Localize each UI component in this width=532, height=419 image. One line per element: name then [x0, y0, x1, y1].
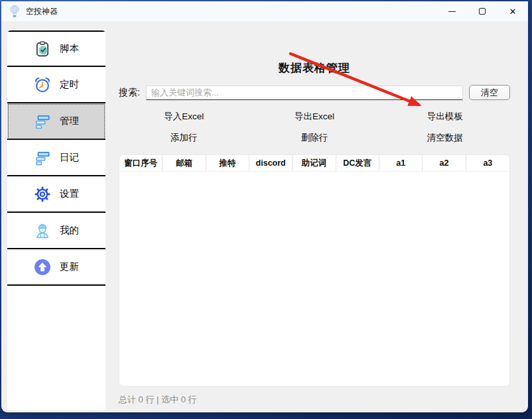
export-excel-button[interactable]: 导出Excel — [249, 106, 380, 127]
sidebar-item-label: 更新 — [60, 261, 79, 273]
worker-icon — [34, 222, 51, 239]
status-bar: 总计 0 行 | 选中 0 行 — [119, 394, 510, 406]
sidebar-item-label: 日记 — [60, 151, 79, 164]
column-header-a2[interactable]: a2 — [423, 155, 466, 171]
clear-search-button[interactable]: 清空 — [469, 85, 510, 100]
sidebar-item-settings[interactable]: 设置 — [7, 176, 105, 213]
table-body-empty[interactable] — [119, 172, 509, 386]
sidebar-item-script[interactable]: 脚本 — [7, 30, 105, 67]
column-header-a1[interactable]: a1 — [379, 155, 423, 171]
sidebar-item-label: 管理 — [60, 115, 79, 127]
app-window: 空投神器 ✕ 脚本 — [1, 1, 528, 412]
maximize-icon — [479, 8, 486, 15]
column-header-a3[interactable]: a3 — [466, 155, 509, 171]
alarm-clock-icon — [34, 76, 51, 93]
search-input[interactable] — [146, 86, 463, 100]
title-bar: 空投神器 ✕ — [1, 1, 528, 21]
export-template-button[interactable]: 导出模板 — [379, 106, 510, 127]
sidebar-item-label: 定时 — [60, 78, 79, 91]
sidebar-item-mine[interactable]: 我的 — [7, 213, 105, 249]
maximize-button[interactable] — [467, 1, 498, 21]
sidebar-item-label: 我的 — [60, 224, 79, 237]
column-header-dc-speak[interactable]: DC发言 — [336, 155, 379, 171]
sidebar-item-manage[interactable]: 管理 — [7, 103, 105, 140]
gear-icon — [34, 186, 51, 203]
window-controls: ✕ — [436, 1, 528, 21]
column-header-email[interactable]: 邮箱 — [163, 155, 206, 171]
sidebar: 脚本 定时 管理 — [7, 30, 105, 410]
bars-chart-icon — [34, 113, 51, 130]
column-header-window-index[interactable]: ˆ 窗口序号 — [119, 155, 163, 171]
bars-chart-icon — [34, 149, 51, 166]
sidebar-item-diary[interactable]: 日记 — [7, 140, 105, 176]
sidebar-item-timer[interactable]: 定时 — [7, 67, 105, 103]
table-header-row: ˆ 窗口序号 邮箱 推特 discord 助记词 DC发言 a1 a2 a3 — [119, 155, 509, 172]
column-header-twitter[interactable]: 推特 — [206, 155, 249, 171]
import-excel-button[interactable]: 导入Excel — [119, 106, 249, 127]
delete-row-button[interactable]: 删除行 — [249, 127, 380, 149]
clear-data-button[interactable]: 清空数据 — [379, 127, 510, 149]
minimize-button[interactable] — [436, 1, 467, 21]
column-header-discord[interactable]: discord — [249, 155, 293, 171]
data-table: ˆ 窗口序号 邮箱 推特 discord 助记词 DC发言 a1 a2 a3 — [119, 154, 510, 387]
search-label: 搜索: — [119, 87, 140, 99]
minimize-icon — [448, 11, 456, 12]
search-row: 搜索: 清空 — [119, 85, 510, 100]
add-row-button[interactable]: 添加行 — [119, 127, 249, 149]
close-button[interactable]: ✕ — [498, 1, 528, 21]
table-actions: 导入Excel 导出Excel 导出模板 添加行 删除行 清空数据 — [119, 106, 510, 149]
sort-ascending-icon: ˆ — [140, 154, 142, 159]
window-content: 脚本 定时 管理 — [1, 21, 528, 412]
close-icon: ✕ — [509, 7, 517, 16]
sidebar-item-label: 设置 — [60, 188, 79, 200]
sidebar-item-label: 脚本 — [60, 42, 79, 55]
page-title: 数据表格管理 — [119, 60, 510, 76]
sidebar-item-update[interactable]: 更新 — [7, 249, 105, 286]
window-title: 空投神器 — [26, 6, 58, 17]
update-arrow-icon — [34, 259, 51, 276]
hot-air-balloon-icon — [9, 5, 21, 18]
clipboard-check-icon — [34, 40, 51, 58]
column-header-mnemonic[interactable]: 助记词 — [293, 155, 336, 171]
main-panel: 数据表格管理 搜索: 清空 导入Excel 导出Excel 导出模板 添加行 删… — [105, 21, 528, 412]
